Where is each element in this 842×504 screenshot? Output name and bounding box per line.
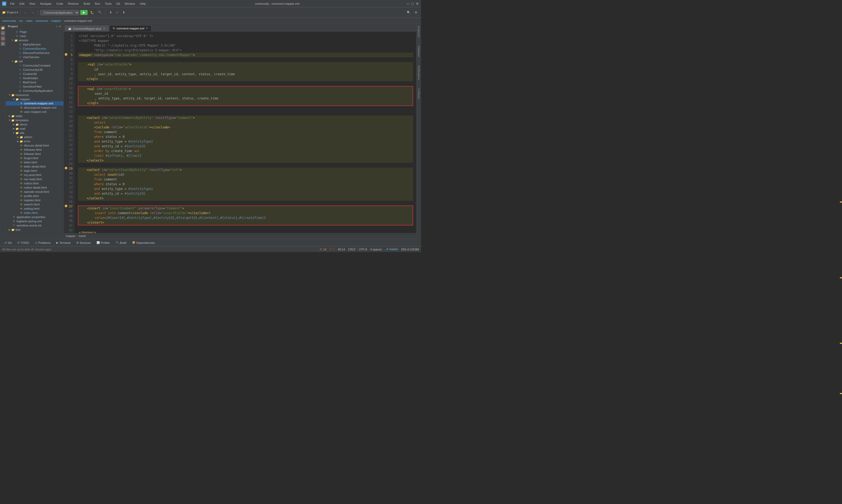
tree-item-register[interactable]: H register.html <box>6 198 64 202</box>
tree-item-discusspostservice[interactable]: S DiscussPostService <box>6 51 64 55</box>
build-btn[interactable]: 🔨 <box>96 10 103 15</box>
warning-count[interactable]: ⚠ 14 <box>319 248 326 251</box>
git-update-btn[interactable]: ⬇ <box>108 10 113 15</box>
tree-item-test-folder[interactable]: ▶ 📁 test <box>6 228 64 232</box>
tree-item-mailclient[interactable]: C MailClient <box>6 80 64 85</box>
tree-item-operate-result[interactable]: H operate-result.html <box>6 190 64 194</box>
git-push-btn[interactable]: ⬆ <box>121 10 127 15</box>
tree-item-index[interactable]: H index.html <box>6 211 64 215</box>
xml-tab-close[interactable]: ✕ <box>146 26 148 30</box>
tree-item-logback[interactable]: X logback-spring.xml <box>6 219 64 223</box>
tree-item-static-folder[interactable]: ▶ 📁 static <box>6 114 64 118</box>
tree-item-setting[interactable]: H setting.html <box>6 206 64 211</box>
menu-build[interactable]: Build <box>82 2 92 6</box>
code-editor[interactable]: 1 2 3 4 ↓5 6 7 8 9 10 11 12 13 14 15 16 … <box>64 32 416 233</box>
breadcrumb-mapper[interactable]: mapper <box>51 19 61 22</box>
menu-tools[interactable]: Tools <box>103 2 114 6</box>
tree-item-followee[interactable]: H followee.html <box>6 148 64 152</box>
tree-item-user[interactable]: C User <box>6 34 64 38</box>
tree-item-notice[interactable]: H notice.html <box>6 181 64 185</box>
tree-item-my-reply[interactable]: H my-reply.html <box>6 177 64 181</box>
menu-git[interactable]: Git <box>114 2 122 6</box>
breadcrumb-src[interactable]: src <box>19 19 23 22</box>
tree-item-communityapp[interactable]: ▶ CommunityApplication <box>6 89 64 93</box>
right-maven-icon[interactable]: m Maven <box>417 87 420 100</box>
tree-item-communityutil[interactable]: C CommunityUtil <box>6 68 64 72</box>
debug-btn[interactable]: 🐛 <box>89 10 95 15</box>
tree-item-site-folder[interactable]: ▼ 📁 site <box>6 131 64 135</box>
tree-item-login[interactable]: H login.html <box>6 168 64 173</box>
bottom-tab-git[interactable]: ⎇ Git <box>1 240 14 245</box>
menu-view[interactable]: View <box>27 2 38 6</box>
structure-panel-icon[interactable]: ≡ <box>1 41 5 46</box>
bottom-tab-terminal[interactable]: ▶ Terminal <box>54 240 73 245</box>
tree-item-userservice[interactable]: S UserService <box>6 55 64 59</box>
tree-item-demo-folder[interactable]: ▶ 📁 demo <box>6 122 64 127</box>
tree-item-letter[interactable]: H letter.html <box>6 160 64 164</box>
close-btn[interactable]: ✕ <box>416 2 419 6</box>
menu-edit[interactable]: Edit <box>17 2 26 6</box>
bottom-tab-build[interactable]: 🔨 Build <box>113 240 129 245</box>
back-btn[interactable]: ← <box>23 10 29 15</box>
git-branch[interactable]: ⎇ master <box>385 248 398 251</box>
tab-comment-mapper-java[interactable]: ☕ CommentMapper.java ✕ <box>65 25 109 31</box>
project-panel-icon[interactable]: 📁 <box>1 26 5 30</box>
bookmark-panel-icon[interactable]: 🔖 <box>1 36 5 40</box>
tree-item-notice-detail[interactable]: H notice-detail.html <box>6 185 64 190</box>
tree-item-discuss-detail[interactable]: H discuss-detail.html <box>6 143 64 148</box>
tab-comment-mapper-xml[interactable]: ⚙ comment-mapper.xml ✕ <box>109 25 152 31</box>
right-endpoints-icon[interactable]: Endpoints <box>417 25 420 38</box>
java-tab-close[interactable]: ✕ <box>103 27 105 30</box>
tree-item-hostholder[interactable]: C HostHolder <box>6 76 64 80</box>
menu-window[interactable]: Window <box>123 2 137 6</box>
menu-navigate[interactable]: Navigate <box>38 2 53 6</box>
menu-refactor[interactable]: Refactor <box>66 2 81 6</box>
breadcrumb-file[interactable]: comment-mapper.xml <box>64 19 92 22</box>
sidebar-settings-icon[interactable]: ⚙ <box>59 25 61 28</box>
error-count[interactable]: ✕ 1 <box>329 248 335 251</box>
bottom-tab-profiler[interactable]: 📊 Profiler <box>94 240 113 245</box>
tree-item-alphaservice[interactable]: S AlphaService <box>6 42 64 47</box>
tree-item-mail-folder[interactable]: ▶ 📁 mail <box>6 127 64 131</box>
commit-panel-icon[interactable]: ✓ <box>1 31 5 35</box>
tree-item-page[interactable]: C Page <box>6 30 64 34</box>
tree-item-profile[interactable]: H profile.html <box>6 194 64 198</box>
search-everywhere-btn[interactable]: 🔍 <box>405 10 412 15</box>
breadcrumb-main[interactable]: main <box>26 19 32 22</box>
bottom-tab-problems[interactable]: ⚠ Problems <box>32 240 53 245</box>
minimize-btn[interactable]: ─ <box>407 2 409 6</box>
tree-item-mapper-folder[interactable]: ▼ 📁 mapper <box>6 97 64 101</box>
tree-item-util-folder[interactable]: ▼ 📁 util <box>6 59 64 64</box>
menu-help[interactable]: Help <box>138 2 148 6</box>
tree-item-discusspost-mapper[interactable]: ⚙ discusspost-mapper.xml <box>6 106 64 110</box>
tree-item-follower[interactable]: H follower.html <box>6 152 64 156</box>
bottom-tab-todo[interactable]: ☑ TODO <box>15 240 32 245</box>
git-commit-btn[interactable]: ✓ <box>114 10 120 15</box>
right-database-icon[interactable]: Database <box>417 45 420 58</box>
settings-btn[interactable]: ⚙ <box>413 10 419 15</box>
run-button[interactable]: ▶ <box>80 10 88 15</box>
tree-item-forget[interactable]: H forget.html <box>6 156 64 160</box>
tree-item-error-folder[interactable]: ▶ 📁 error <box>6 139 64 143</box>
breadcrumb-resources[interactable]: resources <box>36 19 48 22</box>
maximize-btn[interactable]: □ <box>412 2 414 6</box>
bottom-tab-dependencies[interactable]: 📦 Dependencies <box>129 240 157 245</box>
tree-item-app-properties[interactable]: P application.properties <box>6 215 64 219</box>
tree-item-admin-folder[interactable]: ▶ 📁 admin <box>6 135 64 139</box>
tree-item-templates-folder[interactable]: ▼ 📁 templates <box>6 118 64 122</box>
tree-item-communityconstant[interactable]: I CommunityConstant <box>6 64 64 68</box>
tree-item-resources-folder[interactable]: ▼ 📁 resources <box>6 93 64 97</box>
sidebar-collapse-icon[interactable]: ≡ <box>56 25 58 28</box>
menu-file[interactable]: File <box>8 2 17 6</box>
run-config-dropdown[interactable]: CommunityApplication <box>40 10 79 15</box>
code-content-area[interactable]: <?xml version="1.0" encoding="UTF-8" ?> … <box>75 32 416 233</box>
tree-item-service-folder[interactable]: ▼ 📁 service <box>6 38 64 42</box>
right-notifications-icon[interactable]: Notifications <box>417 65 420 81</box>
tree-item-sensitivefilter[interactable]: C SensitiveFilter <box>6 85 64 89</box>
tree-item-search[interactable]: H search.html <box>6 202 64 206</box>
tree-item-user-mapper[interactable]: ⚙ user-mapper.xml <box>6 110 64 114</box>
tree-item-letter-detail[interactable]: H letter-detail.html <box>6 164 64 168</box>
tree-item-my-post[interactable]: H my-post.html <box>6 173 64 177</box>
breadcrumb-community[interactable]: community <box>2 19 16 22</box>
tree-item-commentservice[interactable]: S CommentService <box>6 47 64 51</box>
